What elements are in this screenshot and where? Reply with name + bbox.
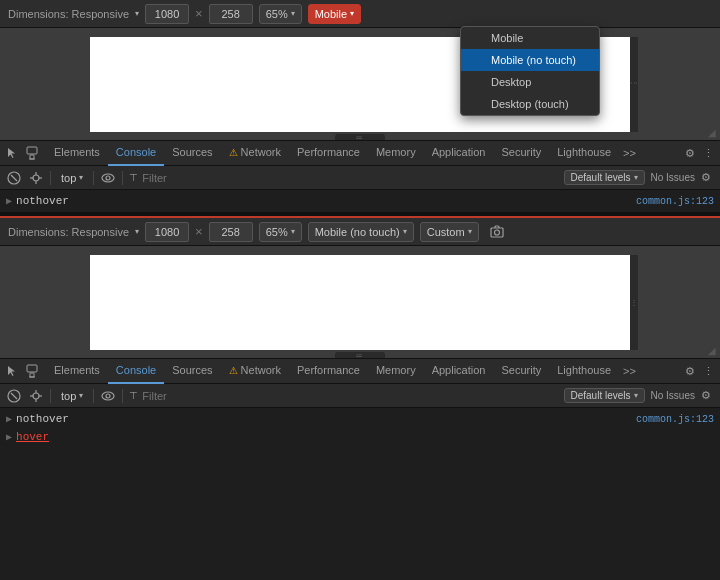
top-toolbar: Dimensions: Responsive ▾ × 65% ▾ Mobile … <box>0 0 720 28</box>
top-devtools-tabs: Elements Console Sources ⚠ Network Perfo… <box>0 140 720 166</box>
resize-dots: ═ <box>356 133 364 141</box>
bottom-filter-area: ⊤ <box>129 390 557 402</box>
bottom-tab-performance[interactable]: Performance <box>289 358 368 384</box>
bottom-no-issues-settings-icon[interactable]: ⚙ <box>698 388 714 404</box>
height-input[interactable] <box>209 4 253 24</box>
svg-point-24 <box>102 392 114 400</box>
console-separator-3 <box>122 171 123 185</box>
bottom-nothover-text: nothover <box>16 413 69 425</box>
bottom-source-link-1[interactable]: common.js:123 <box>636 414 714 425</box>
no-issues-badge: No Issues ⚙ <box>651 170 714 186</box>
tab-application[interactable]: Application <box>424 140 494 166</box>
bottom-filter-icon: ⊤ <box>129 390 138 401</box>
clear-console-btn[interactable] <box>6 170 22 186</box>
more-tabs[interactable]: >> <box>619 147 640 159</box>
bottom-more-options-icon[interactable]: ⋮ <box>700 363 716 379</box>
bottom-height-input[interactable] <box>209 222 253 242</box>
tab-network[interactable]: ⚠ Network <box>221 140 289 166</box>
zoom-select[interactable]: 65% ▾ <box>259 4 302 24</box>
bottom-corner-handle[interactable]: ◢ <box>708 345 716 356</box>
mobile-select[interactable]: Mobile ▾ <box>308 4 361 24</box>
dropdown-item-mobile[interactable]: Mobile <box>461 27 599 49</box>
tab-security[interactable]: Security <box>493 140 549 166</box>
custom-select[interactable]: Custom ▾ <box>420 222 479 242</box>
dropdown-desktop-touch-label: Desktop (touch) <box>491 98 569 110</box>
svg-rect-1 <box>30 155 34 159</box>
bottom-viewport: ⋮ <box>90 255 630 350</box>
bottom-tab-memory[interactable]: Memory <box>368 358 424 384</box>
bottom-tab-network[interactable]: ⚠ Network <box>221 358 289 384</box>
svg-point-25 <box>106 394 110 398</box>
zoom-value: 65% <box>266 8 288 20</box>
bottom-zoom-value: 65% <box>266 226 288 238</box>
bottom-width-input[interactable] <box>145 222 189 242</box>
bottom-right-resize-dots: ⋮ <box>630 298 638 307</box>
top-context-select[interactable]: top ▾ <box>57 170 87 186</box>
more-options-icon[interactable]: ⋮ <box>700 145 716 161</box>
bottom-device-icon[interactable] <box>24 363 40 379</box>
network-warning-icon: ⚠ <box>229 147 238 158</box>
capture-icon[interactable] <box>489 224 505 240</box>
bottom-resize-handle[interactable]: ═ <box>335 134 385 140</box>
bottom-mobile-select[interactable]: Mobile (no touch) ▾ <box>308 222 414 242</box>
dropdown-item-mobile-notouch[interactable]: Mobile (no touch) <box>461 49 599 71</box>
tab-elements[interactable]: Elements <box>46 140 108 166</box>
tab-performance[interactable]: Performance <box>289 140 368 166</box>
dropdown-item-desktop[interactable]: Desktop <box>461 71 599 93</box>
bottom-filter-input[interactable] <box>142 390 557 402</box>
bottom-separator-1 <box>50 389 51 403</box>
bottom-tab-sources[interactable]: Sources <box>164 358 220 384</box>
expand-icon[interactable] <box>28 170 44 186</box>
svg-rect-0 <box>27 147 37 154</box>
bottom-panel: Dimensions: Responsive ▾ × 65% ▾ Mobile … <box>0 216 720 448</box>
tab-memory[interactable]: Memory <box>368 140 424 166</box>
bottom-right-resize-handle[interactable]: ⋮ <box>630 255 638 350</box>
dimensions-label: Dimensions: Responsive <box>8 8 129 20</box>
svg-line-18 <box>11 393 17 399</box>
tab-console[interactable]: Console <box>108 140 164 166</box>
device-icon[interactable] <box>24 145 40 161</box>
bottom-left-icons <box>4 363 40 379</box>
corner-handle[interactable]: ◢ <box>708 127 716 138</box>
bottom-cursor-icon[interactable] <box>4 363 20 379</box>
dropdown-item-desktop-touch[interactable]: Desktop (touch) <box>461 93 599 115</box>
bottom-default-levels-select[interactable]: Default levels ▾ <box>564 388 645 403</box>
width-input[interactable] <box>145 4 189 24</box>
settings-icon[interactable]: ⚙ <box>682 145 698 161</box>
bottom-tab-elements[interactable]: Elements <box>46 358 108 384</box>
tab-lighthouse[interactable]: Lighthouse <box>549 140 619 166</box>
tab-sources[interactable]: Sources <box>164 140 220 166</box>
svg-line-4 <box>11 175 17 181</box>
bottom-more-tabs[interactable]: >> <box>619 365 640 377</box>
bottom-tab-security[interactable]: Security <box>493 358 549 384</box>
bottom-eye-icon[interactable] <box>100 388 116 404</box>
bottom-expand-icon[interactable] <box>28 388 44 404</box>
cursor-icon[interactable] <box>4 145 20 161</box>
bottom-zoom-select[interactable]: 65% ▾ <box>259 222 302 242</box>
dimensions-chevron[interactable]: ▾ <box>135 9 139 18</box>
filter-icon: ⊤ <box>129 172 138 183</box>
nothover-text: nothover <box>16 195 69 207</box>
arrow-icon: ▶ <box>6 195 12 207</box>
svg-point-19 <box>33 393 39 399</box>
bottom-settings-icon[interactable]: ⚙ <box>682 363 698 379</box>
source-link-top[interactable]: common.js:123 <box>636 196 714 207</box>
mobile-chevron: ▾ <box>350 9 354 18</box>
bottom-tab-application[interactable]: Application <box>424 358 494 384</box>
bottom-context-select[interactable]: top ▾ <box>57 388 87 404</box>
bottom-dimensions-chevron[interactable]: ▾ <box>135 227 139 236</box>
bottom-separator-2 <box>93 389 94 403</box>
mobile-label: Mobile <box>315 8 347 20</box>
svg-point-5 <box>33 175 39 181</box>
bottom-console-output: ▶ nothover common.js:123 ▶ hover <box>0 408 720 448</box>
eye-icon[interactable] <box>100 170 116 186</box>
default-levels-select[interactable]: Default levels ▾ <box>564 170 645 185</box>
bottom-bottom-resize-handle[interactable]: ═ <box>335 352 385 358</box>
bottom-tab-console[interactable]: Console <box>108 358 164 384</box>
bottom-clear-console-btn[interactable] <box>6 388 22 404</box>
filter-input[interactable] <box>142 172 557 184</box>
bottom-tab-lighthouse[interactable]: Lighthouse <box>549 358 619 384</box>
no-issues-settings-icon[interactable]: ⚙ <box>698 170 714 186</box>
right-resize-handle[interactable]: ⋮ <box>630 37 638 132</box>
top-console-toolbar: top ▾ ⊤ Default levels ▾ No Issues ⚙ <box>0 166 720 190</box>
